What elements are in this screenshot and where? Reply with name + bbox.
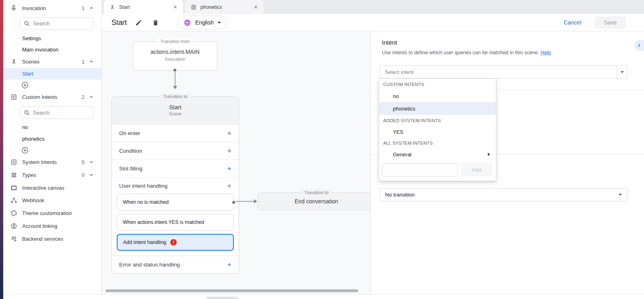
canvas-icon: [10, 184, 17, 191]
sidebar-label: Theme customization: [22, 210, 72, 216]
chevron-down-icon[interactable]: [89, 159, 94, 165]
panel-description: Use intents to define which user queries…: [382, 50, 551, 55]
transition-select[interactable]: No transition: [380, 188, 627, 201]
scene-graph-canvas[interactable]: Transition from actions.intent.MAIN Invo…: [102, 31, 370, 294]
sidebar-item-label: Start: [3, 71, 33, 77]
sidebar-item-theme-customization[interactable]: Theme customization: [3, 207, 101, 219]
select-intent-placeholder: Select intent: [380, 69, 414, 75]
dropdown-item-no[interactable]: no: [379, 90, 496, 102]
handler-add-intent[interactable]: Add intent handling !: [117, 234, 234, 251]
add-icon[interactable]: +: [227, 147, 231, 155]
globe-icon: [184, 19, 191, 27]
dropdown-caret-icon: [218, 22, 221, 24]
plus-circle-icon: [21, 147, 29, 154]
dropdown-group-header: ALL SYSTEM INTENTS: [379, 137, 496, 149]
section-condition[interactable]: Condition +: [112, 142, 239, 160]
dropdown-group-header: ADDED SYSTEM INTENTS: [379, 115, 496, 126]
handler-label: When no is matched: [123, 199, 169, 205]
sidebar-item-label: Main invocation: [3, 47, 58, 53]
tab-label: Start: [119, 4, 130, 10]
sidebar-item-phonetics[interactable]: phonetics: [3, 133, 101, 144]
handler-label: When actions.intent.YES is matched: [123, 219, 204, 225]
chevron-up-icon[interactable]: [89, 94, 94, 100]
invocation-node[interactable]: Transition from actions.intent.MAIN Invo…: [133, 41, 217, 71]
sidebar-item-settings[interactable]: Settings: [3, 33, 101, 44]
add-icon[interactable]: +: [227, 165, 231, 172]
dropdown-caret-icon[interactable]: [617, 66, 627, 78]
add-icon[interactable]: +: [227, 182, 231, 190]
sidebar-label: Account linking: [22, 223, 57, 229]
node-subtitle: Scene: [112, 111, 239, 116]
intent-detail-panel: Intent Use intents to define which user …: [370, 31, 644, 299]
sidebar-item-webhook[interactable]: Webhook: [3, 195, 101, 206]
dropdown-item-phonetics[interactable]: phonetics: [379, 102, 496, 115]
help-link[interactable]: Help: [541, 50, 551, 55]
chevron-up-icon[interactable]: [89, 59, 94, 64]
sidebar-label: Custom Intents: [22, 94, 57, 100]
search-input[interactable]: [33, 20, 85, 27]
sidebar-label: Invocation: [22, 5, 46, 11]
close-icon[interactable]: [172, 4, 178, 10]
sidebar-item-main-invocation[interactable]: Main invocation: [3, 44, 101, 55]
language-selector[interactable]: English: [178, 16, 227, 29]
chevron-down-icon[interactable]: [89, 172, 94, 178]
section-error-handling[interactable]: Error and status handling +: [112, 256, 239, 273]
section-label: Condition: [119, 148, 142, 154]
tab-phonetics[interactable]: phonetics: [185, 0, 264, 14]
plus-circle-icon: [21, 82, 29, 89]
custom-intents-search[interactable]: [19, 106, 93, 119]
tab-start[interactable]: Start: [104, 0, 183, 14]
count-badge: 1: [82, 5, 85, 11]
cancel-button[interactable]: Cancel: [564, 19, 581, 26]
delete-icon[interactable]: [150, 17, 161, 28]
search-input[interactable]: [33, 110, 85, 116]
add-icon[interactable]: +: [227, 261, 231, 268]
connector-line: [175, 72, 175, 86]
sidebar-section-scenes[interactable]: Scenes 1: [3, 56, 101, 67]
sidebar-section-invocation[interactable]: Invocation 1: [3, 2, 101, 14]
handler-when-yes-matched[interactable]: When actions.intent.YES is matched: [117, 214, 234, 231]
sidebar-item-start[interactable]: Start: [3, 68, 101, 80]
invocation-search[interactable]: [19, 17, 93, 30]
sidebar-label: Webhook: [22, 197, 44, 203]
sidebar-section-types[interactable]: Types 0: [3, 169, 101, 180]
add-custom-intent-button[interactable]: [3, 145, 101, 156]
add-intent-button[interactable]: Add: [460, 163, 493, 176]
end-conversation-node[interactable]: Transition to End conversation: [258, 193, 370, 210]
lines-icon: [10, 171, 17, 178]
select-intent-combobox[interactable]: Select intent: [380, 66, 627, 79]
save-button[interactable]: Save: [595, 16, 626, 29]
connector-arrowhead-icon: [254, 199, 257, 203]
section-label: Slot filling: [119, 166, 142, 172]
connector-dot: [232, 201, 235, 204]
scene-node-start[interactable]: Transition to Start Scene On enter + Con…: [111, 96, 239, 274]
palette-icon: [10, 209, 17, 217]
search-icon: [24, 110, 30, 116]
horizontal-scrollbar[interactable]: [105, 289, 358, 292]
dropdown-item-yes[interactable]: YES: [379, 126, 496, 137]
chevron-up-icon[interactable]: [89, 5, 94, 11]
sidebar-section-custom-intents[interactable]: Custom Intents 2: [3, 91, 101, 102]
collapse-panel-button[interactable]: [634, 40, 644, 51]
sidebar-item-interactive-canvas[interactable]: Interactive canvas: [3, 182, 101, 193]
sidebar-label: Backend services: [22, 236, 63, 242]
error-icon: !: [170, 239, 177, 246]
section-slot-filling[interactable]: Slot filling +: [112, 160, 239, 177]
backend-services-icon: [10, 235, 17, 242]
section-on-enter[interactable]: On enter +: [112, 124, 239, 142]
close-icon[interactable]: [252, 4, 259, 10]
handler-label: Add intent handling: [123, 240, 166, 245]
sidebar-item-no[interactable]: no: [3, 121, 101, 133]
sidebar-item-label: phonetics: [3, 136, 45, 142]
dropdown-item-general[interactable]: General: [379, 149, 496, 160]
handler-when-no-matched[interactable]: When no is matched: [117, 194, 234, 211]
new-intent-input[interactable]: [382, 163, 458, 176]
sidebar-item-account-linking[interactable]: Account linking: [3, 220, 101, 231]
add-icon[interactable]: +: [227, 129, 231, 137]
edit-icon[interactable]: [133, 17, 144, 28]
sidebar-section-system-intents[interactable]: System Intents 5: [3, 156, 101, 168]
sidebar-item-backend-services[interactable]: Backend services: [3, 233, 101, 244]
dropdown-add-row: Add: [382, 163, 493, 176]
add-scene-button[interactable]: [3, 80, 101, 90]
connector-line: [236, 201, 254, 202]
